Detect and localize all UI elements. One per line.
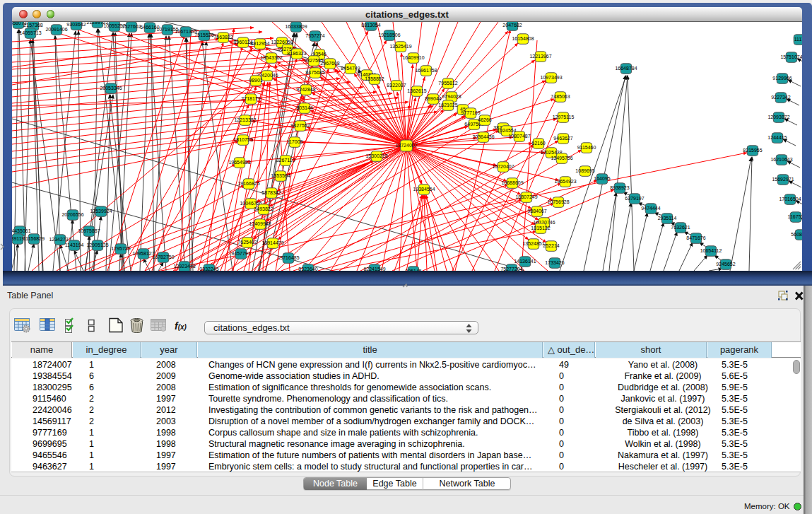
svg-text:9242848: 9242848 xyxy=(296,87,315,92)
svg-text:252214: 252214 xyxy=(543,243,559,248)
svg-text:1024554: 1024554 xyxy=(497,128,516,133)
svg-text:8475685: 8475685 xyxy=(305,70,324,75)
svg-text:2935114: 2935114 xyxy=(658,216,677,221)
svg-text:2718179: 2718179 xyxy=(241,96,260,101)
svg-text:1362615: 1362615 xyxy=(407,88,426,93)
svg-text:16782759: 16782759 xyxy=(152,255,174,259)
svg-text:8813054: 8813054 xyxy=(361,23,380,28)
svg-text:9115460: 9115460 xyxy=(577,145,596,150)
svg-text:12342737: 12342737 xyxy=(49,237,71,242)
svg-text:13524851: 13524851 xyxy=(522,241,544,246)
svg-text:7632621: 7632621 xyxy=(671,225,690,230)
svg-text:17016504: 17016504 xyxy=(779,197,801,201)
svg-text:9427552: 9427552 xyxy=(290,123,310,128)
svg-text:14435061: 14435061 xyxy=(12,228,31,233)
svg-text:9794028: 9794028 xyxy=(442,94,461,99)
svg-text:13716485: 13716485 xyxy=(277,255,299,260)
svg-text:20091406: 20091406 xyxy=(45,27,67,32)
svg-text:7625402: 7625402 xyxy=(237,240,257,245)
svg-text:8322037: 8322037 xyxy=(387,83,406,88)
svg-text:12923448: 12923448 xyxy=(173,264,195,269)
svg-text:10958127: 10958127 xyxy=(132,251,154,256)
svg-text:9227342: 9227342 xyxy=(771,95,790,100)
svg-text:164095: 164095 xyxy=(594,176,610,181)
svg-text:12093872: 12093872 xyxy=(767,115,789,119)
svg-text:8912954: 8912954 xyxy=(250,41,269,46)
svg-text:10975887: 10975887 xyxy=(78,228,100,233)
svg-text:9129966: 9129966 xyxy=(772,76,792,81)
svg-text:16648784: 16648784 xyxy=(615,66,637,71)
svg-text:20053346: 20053346 xyxy=(100,86,122,90)
svg-text:6379197: 6379197 xyxy=(625,196,644,201)
svg-text:1815132: 1815132 xyxy=(531,226,550,230)
svg-text:13495756: 13495756 xyxy=(551,156,572,160)
svg-text:16961758: 16961758 xyxy=(415,68,437,73)
svg-text:2047682: 2047682 xyxy=(502,23,522,28)
svg-text:9463627: 9463627 xyxy=(553,136,572,141)
svg-text:19654983: 19654983 xyxy=(228,160,250,165)
svg-text:10671355: 10671355 xyxy=(175,29,196,34)
svg-text:1089695: 1089695 xyxy=(575,168,594,173)
svg-text:8215955: 8215955 xyxy=(743,148,762,153)
svg-text:9474444: 9474444 xyxy=(641,206,660,211)
svg-text:9777169: 9777169 xyxy=(461,110,480,115)
svg-text:18543362: 18543362 xyxy=(260,55,282,60)
svg-text:7485063: 7485063 xyxy=(551,94,570,99)
svg-text:9245652: 9245652 xyxy=(716,262,735,267)
svg-text:98901: 98901 xyxy=(249,78,263,83)
svg-text:116753: 116753 xyxy=(788,214,802,219)
svg-text:1795725: 1795725 xyxy=(111,246,130,251)
svg-text:8454749: 8454749 xyxy=(341,66,360,71)
svg-text:16033809: 16033809 xyxy=(285,24,307,29)
svg-text:1244415: 1244415 xyxy=(767,135,787,140)
svg-text:1621025: 1621025 xyxy=(438,103,457,107)
svg-text:8471676: 8471676 xyxy=(686,235,705,240)
svg-text:2157368: 2157368 xyxy=(23,23,42,28)
svg-text:15300215: 15300215 xyxy=(365,153,387,158)
svg-text:75277204: 75277204 xyxy=(500,267,522,271)
svg-text:8323640: 8323640 xyxy=(298,267,317,271)
svg-text:5878342: 5878342 xyxy=(261,190,281,195)
svg-text:62160: 62160 xyxy=(531,141,546,146)
svg-text:12213383: 12213383 xyxy=(234,117,256,122)
svg-text:9884067: 9884067 xyxy=(527,209,546,214)
svg-text:7357274: 7357274 xyxy=(305,33,324,38)
svg-text:14055713: 14055713 xyxy=(19,30,41,35)
svg-text:20364436: 20364436 xyxy=(472,134,494,139)
svg-text:10688609: 10688609 xyxy=(501,180,523,185)
svg-text:1353594: 1353594 xyxy=(271,173,290,178)
svg-text:14136141: 14136141 xyxy=(514,259,536,264)
svg-text:10654112: 10654112 xyxy=(700,248,722,253)
svg-text:1117: 1117 xyxy=(794,37,802,42)
svg-text:19384554: 19384554 xyxy=(413,187,435,192)
svg-text:1143194: 1143194 xyxy=(65,243,84,247)
svg-text:2967608: 2967608 xyxy=(320,61,339,66)
svg-text:1733426: 1733426 xyxy=(545,260,564,265)
svg-text:12905135: 12905135 xyxy=(86,243,108,247)
svg-text:18724007: 18724007 xyxy=(395,143,417,148)
svg-text:8186323: 8186323 xyxy=(287,51,306,56)
svg-text:12975115: 12975115 xyxy=(553,115,575,119)
svg-text:15720407: 15720407 xyxy=(492,164,514,169)
svg-text:3267110: 3267110 xyxy=(276,158,295,163)
svg-text:12213967: 12213967 xyxy=(529,54,551,59)
svg-text:13525419: 13525419 xyxy=(389,44,411,49)
svg-text:10756928: 10756928 xyxy=(547,199,569,204)
svg-text:803144: 803144 xyxy=(296,105,312,110)
svg-text:15751074: 15751074 xyxy=(780,54,802,59)
svg-text:62241549: 62241549 xyxy=(363,267,385,271)
svg-text:0332245: 0332245 xyxy=(199,267,218,271)
svg-text:9303642: 9303642 xyxy=(66,22,86,27)
svg-text:16154808: 16154808 xyxy=(512,36,534,41)
svg-text:13226058: 13226058 xyxy=(271,40,293,45)
svg-text:5608656: 5608656 xyxy=(791,232,802,237)
svg-text:12539924: 12539924 xyxy=(90,209,112,214)
svg-text:16409910: 16409910 xyxy=(402,55,424,60)
svg-text:16210643: 16210643 xyxy=(770,157,792,162)
svg-text:12409948: 12409948 xyxy=(249,221,271,226)
svg-text:7955812: 7955812 xyxy=(438,81,457,86)
svg-text:1810755: 1810755 xyxy=(233,137,252,142)
svg-text:20206556: 20206556 xyxy=(61,212,83,217)
svg-text:9457791: 9457791 xyxy=(231,251,250,256)
svg-text:19218506: 19218506 xyxy=(378,33,400,37)
